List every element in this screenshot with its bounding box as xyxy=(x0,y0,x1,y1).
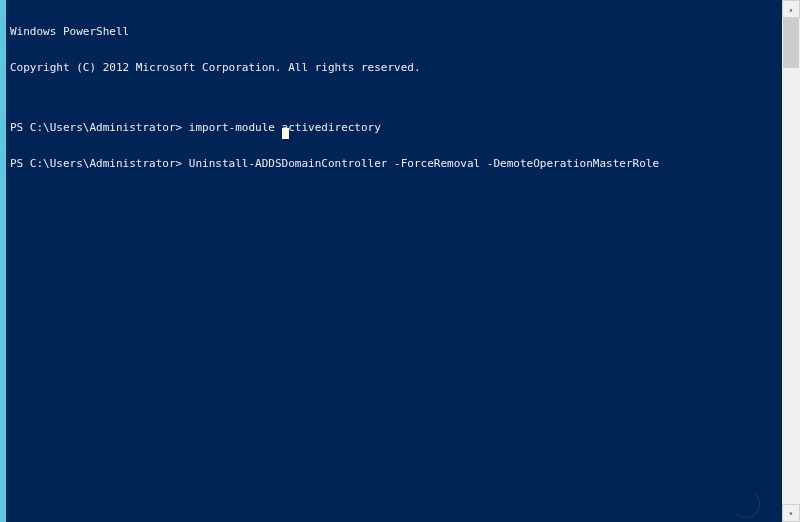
powershell-window: Windows PowerShell Copyright (C) 2012 Mi… xyxy=(0,0,782,522)
scroll-down-button[interactable]: ▾ xyxy=(782,504,800,522)
triangle-down-icon: ▾ xyxy=(789,509,794,518)
scroll-up-button[interactable]: ▴ xyxy=(782,0,800,18)
text-cursor xyxy=(282,128,289,139)
console-line: PS C:\Users\Administrator> import-module… xyxy=(10,122,778,134)
vertical-scrollbar[interactable]: ▴ ▾ xyxy=(782,0,800,522)
console-line: Copyright (C) 2012 Microsoft Corporation… xyxy=(10,62,778,74)
console-line: PS C:\Users\Administrator> Uninstall-ADD… xyxy=(10,158,778,170)
triangle-up-icon: ▴ xyxy=(789,5,794,14)
console-line: Windows PowerShell xyxy=(10,26,778,38)
console-output[interactable]: Windows PowerShell Copyright (C) 2012 Mi… xyxy=(6,0,782,522)
resize-grip-icon[interactable] xyxy=(730,488,760,518)
scrollbar-thumb[interactable] xyxy=(783,18,799,68)
